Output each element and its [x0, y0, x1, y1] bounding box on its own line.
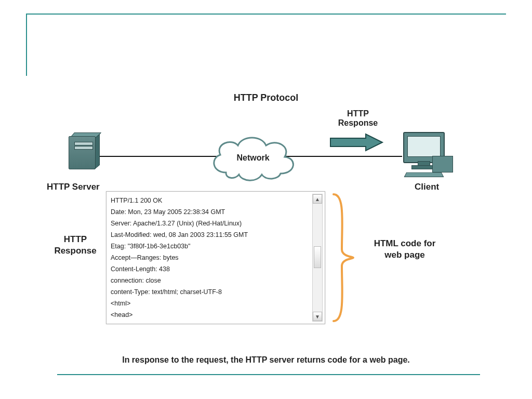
scrollbar-track[interactable]: ▲ ▼ — [312, 194, 323, 322]
scroll-thumb[interactable] — [314, 246, 321, 268]
server-label: HTTP Server — [47, 182, 100, 192]
response-right-label: HTML code for web page — [361, 238, 449, 261]
server-icon — [66, 134, 100, 174]
diagram-caption: In response to the request, the HTTP ser… — [0, 355, 532, 365]
arrow-label: HTTP Response — [324, 109, 392, 128]
client-computer-icon — [402, 132, 452, 178]
http-response-box: HTTP/1.1 200 OK Date: Mon, 23 May 2005 2… — [106, 191, 325, 324]
network-cloud-icon: Network — [208, 132, 298, 184]
scroll-up-button[interactable]: ▲ — [313, 194, 322, 204]
frame-top-border — [26, 14, 506, 15]
diagram-title: HTTP Protocol — [0, 92, 532, 103]
svg-marker-0 — [330, 134, 382, 151]
bottom-rule — [57, 374, 480, 375]
client-label: Client — [415, 182, 439, 192]
http-response-text: HTTP/1.1 200 OK Date: Mon, 23 May 2005 2… — [110, 195, 311, 321]
network-label: Network — [208, 132, 298, 184]
response-left-label: HTTP Response — [47, 234, 104, 257]
curly-brace-icon — [330, 192, 354, 323]
frame-left-border — [26, 14, 27, 76]
scroll-down-button[interactable]: ▼ — [313, 312, 322, 321]
http-response-arrow-icon — [329, 133, 384, 152]
slide: HTTP Protocol HTTP Server Network HTTP R… — [0, 0, 532, 399]
